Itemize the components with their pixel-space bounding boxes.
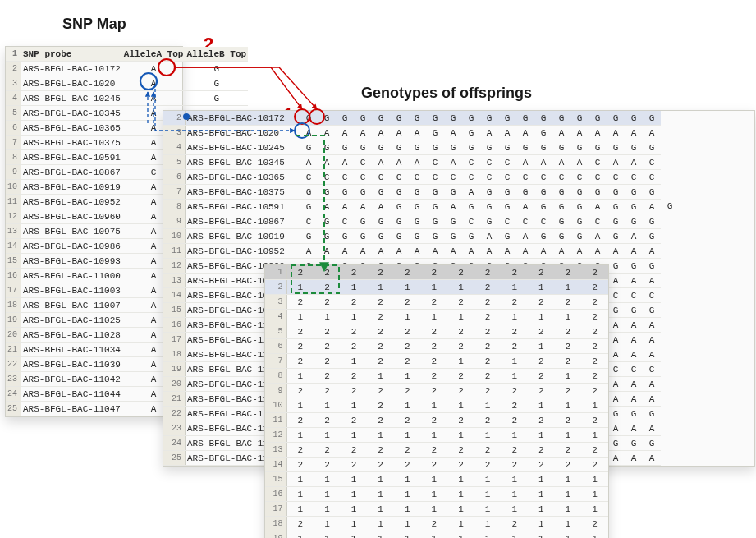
genotype-cell: G <box>300 185 318 200</box>
numeric-cell: 1 <box>581 502 608 517</box>
genotype-cell: A <box>480 229 498 244</box>
row-number: 23 <box>163 421 186 436</box>
numeric-cell: 2 <box>474 413 502 428</box>
genotype-cell: G <box>426 126 444 140</box>
row-number: 8 <box>163 200 186 214</box>
genotype-cell: G <box>408 229 426 244</box>
genotype-cell: G <box>462 111 480 126</box>
probe-name: ARS-BFGL-BAC-11034 <box>21 343 122 357</box>
genotype-cell: C <box>643 362 661 377</box>
genotype-cell: G <box>408 200 426 214</box>
row-number: 4 <box>163 140 186 155</box>
probe-name: ARS-BFGL-BAC-10952 <box>186 244 300 259</box>
numeric-row: 11222222222222 <box>265 413 608 428</box>
genotype-cell: A <box>336 126 354 140</box>
row-number: 5 <box>6 106 21 121</box>
numeric-cell: 1 <box>421 472 448 487</box>
genotype-cell: G <box>354 185 372 200</box>
probe-name: ARS-BFGL-BAC-11028 <box>21 328 122 343</box>
probe-name: ARS-BFGL-BAC-1020 <box>21 76 122 91</box>
row-number: 3 <box>163 126 186 140</box>
probe-name: ARS-BFGL-BAC-10867 <box>21 165 122 180</box>
probe-name: ARS-BFGL-BAC-10172 <box>21 62 122 76</box>
numeric-cell: 2 <box>474 369 502 384</box>
numeric-cell: 2 <box>555 339 582 354</box>
genotype-cell: G <box>534 126 552 140</box>
numeric-cell: 1 <box>447 280 474 295</box>
genotype-cell: G <box>625 200 643 214</box>
genotype-cell: A <box>625 451 643 466</box>
genotype-cell: G <box>552 229 570 244</box>
numeric-cell: 2 <box>341 458 368 472</box>
genotype-cell: G <box>625 140 643 155</box>
numeric-cell: 2 <box>474 295 502 310</box>
numeric-cell: 1 <box>555 472 582 487</box>
numeric-cell: 1 <box>501 354 528 369</box>
numeric-cell: 1 <box>555 517 582 531</box>
genotype-cell: G <box>354 140 372 155</box>
probe-name: ARS-BFGL-BAC-1020 <box>186 126 300 140</box>
row-number: 6 <box>265 339 286 354</box>
numeric-cell: 1 <box>286 502 314 517</box>
row-number: 12 <box>6 209 21 224</box>
numeric-cell: 1 <box>367 531 394 539</box>
snp-map-panel: 1SNP probeAlleleA_TopAlleleB_Top2ARS-BFG… <box>5 46 183 417</box>
genotype-cell: A <box>589 126 607 140</box>
row-number: 11 <box>6 195 21 209</box>
row-number: 21 <box>163 392 186 407</box>
probe-name: ARS-BFGL-BAC-11000 <box>21 269 122 283</box>
genotype-cell: G <box>534 229 552 244</box>
numeric-cell: 2 <box>581 443 608 458</box>
numeric-cell: 1 <box>286 369 314 384</box>
genotype-cell: A <box>625 229 643 244</box>
row-number: 10 <box>6 180 21 195</box>
genotype-row: 3ARS-BFGL-BAC-1020AAAAAAAGAGAAAGAAAAAA <box>163 126 679 140</box>
row-number: 22 <box>163 407 186 421</box>
genotype-cell: G <box>643 303 661 318</box>
genotype-cell: C <box>643 170 661 185</box>
numeric-cell: 1 <box>314 517 341 531</box>
genotype-cell: A <box>444 126 462 140</box>
probe-name: ARS-BFGL-BAC-10867 <box>186 214 300 229</box>
genotype-cell: G <box>643 214 661 229</box>
numeric-cell: 2 <box>367 398 394 413</box>
row-number: 6 <box>6 121 21 136</box>
genotype-cell: A <box>516 244 534 259</box>
genotype-cell: G <box>426 214 444 229</box>
numeric-cell: 2 <box>581 280 608 295</box>
row-number: 14 <box>265 458 286 472</box>
numeric-cell: 2 <box>341 295 368 310</box>
numeric-cell: 2 <box>286 295 314 310</box>
numeric-cell: 2 <box>341 369 368 384</box>
row-number: 8 <box>6 150 21 165</box>
genotype-cell: G <box>625 185 643 200</box>
genotype-cell: C <box>498 214 516 229</box>
numeric-cell: 2 <box>501 443 528 458</box>
numeric-cell: 1 <box>367 517 394 531</box>
row-number: 18 <box>6 298 21 313</box>
genotype-cell: A <box>625 392 643 407</box>
numeric-row: 12111111111111 <box>265 428 608 443</box>
genotype-cell: G <box>534 111 552 126</box>
genotype-cell: A <box>318 126 336 140</box>
numeric-cell: 1 <box>286 428 314 443</box>
row-number: 11 <box>265 413 286 428</box>
numeric-cell: 2 <box>314 339 341 354</box>
genotype-cell: G <box>390 200 408 214</box>
row-number: 19 <box>6 313 21 328</box>
numeric-cell: 2 <box>421 265 448 280</box>
genotype-cell: G <box>625 214 643 229</box>
genotype-cell: C <box>625 288 643 303</box>
numeric-cell: 2 <box>474 339 502 354</box>
genotype-cell: G <box>661 200 679 214</box>
numeric-cell: 2 <box>394 324 421 339</box>
genotype-cell: A <box>643 451 661 466</box>
probe-name: ARS-BFGL-BAC-10345 <box>186 155 300 170</box>
numeric-cell: 2 <box>501 339 528 354</box>
genotype-cell: C <box>462 170 480 185</box>
genotype-row: 7ARS-BFGL-BAC-10375GGGGGGGGGAGGGGGGGGGG <box>163 185 679 200</box>
numeric-cell: 1 <box>528 531 555 539</box>
numeric-cell: 1 <box>367 472 394 487</box>
numeric-cell: 2 <box>341 443 368 458</box>
genotype-cell: C <box>444 170 462 185</box>
